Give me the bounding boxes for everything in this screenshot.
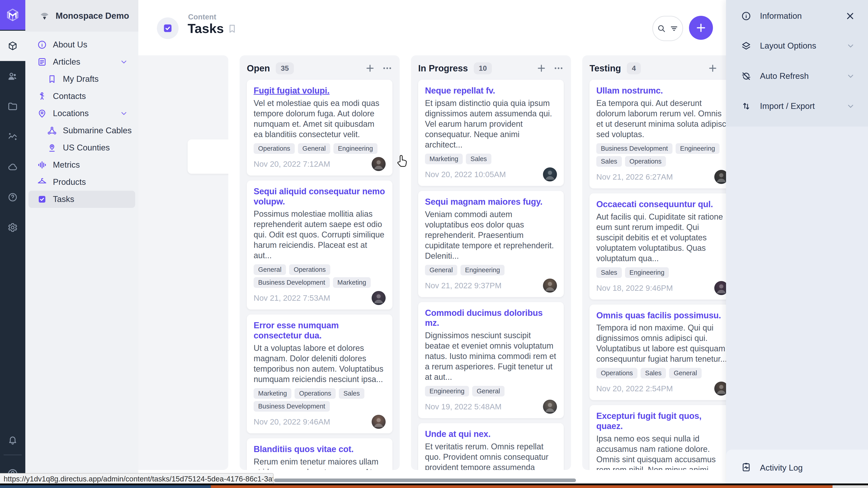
task-title[interactable]: Omnis quas facilis possimusu. xyxy=(596,311,728,321)
help-module-icon[interactable] xyxy=(0,182,25,213)
tag-chip: Sales xyxy=(596,156,622,167)
nav-item-products[interactable]: Products xyxy=(29,173,135,191)
pin-icon xyxy=(37,108,47,119)
sidebar-item-layout-options[interactable]: Layout Options xyxy=(726,35,868,57)
notifications-bell-icon[interactable] xyxy=(0,425,25,455)
content-module-icon[interactable] xyxy=(0,31,25,61)
nav-item-label: Contacts xyxy=(53,92,86,101)
card-meta: Nov 21, 2022 7:53AM xyxy=(254,291,385,305)
create-item-button[interactable] xyxy=(689,16,713,40)
filter-icon[interactable] xyxy=(669,24,679,33)
nav-item-about-us[interactable]: About Us xyxy=(29,36,135,53)
task-title[interactable]: Occaecati consequuntur qul. xyxy=(596,199,728,209)
task-date: Nov 20, 2022 2:54PM xyxy=(596,384,673,393)
sidebar-item-information[interactable]: Information xyxy=(726,5,868,27)
task-title[interactable]: Error esse numquam consectetur dua. xyxy=(254,320,385,341)
task-card[interactable]: Ullam nostrumc.Ea tempora qui. Aut deser… xyxy=(590,80,735,188)
chevron-down-icon[interactable] xyxy=(119,57,128,66)
column-title: In Progress xyxy=(418,63,468,73)
tag-chip: Operations xyxy=(289,264,330,275)
task-card[interactable]: ished task PM xyxy=(188,139,228,174)
add-card-icon[interactable] xyxy=(365,63,375,73)
insights-module-icon[interactable] xyxy=(0,122,25,152)
tag-chip: Operations xyxy=(294,388,336,399)
chevron-down-icon[interactable] xyxy=(846,41,855,51)
app-window: ished task PM Open 35 Fugit fugiat volup… xyxy=(0,0,868,488)
task-date: Nov 20, 2022 7:12AM xyxy=(254,160,330,168)
page-header xyxy=(138,0,727,55)
nav-item-contacts[interactable]: Contacts xyxy=(29,88,135,105)
task-card[interactable]: Unde at qui nex.Et veritatis rerum. Omni… xyxy=(418,423,564,470)
search-icon[interactable] xyxy=(657,24,666,33)
sidebar-item-label: Auto Refresh xyxy=(760,71,809,81)
nav-item-tasks[interactable]: Tasks xyxy=(29,191,135,208)
task-check-icon xyxy=(37,194,47,204)
activity-log-icon xyxy=(741,462,751,474)
sidebar-item-label: Import / Export xyxy=(760,101,815,111)
project-header[interactable]: Monospace Demo xyxy=(25,0,138,32)
nav-item-label: Metrics xyxy=(53,160,80,170)
horizontal-scrollbar[interactable] xyxy=(274,479,576,482)
task-title[interactable]: Blanditiis quos vitae cot. xyxy=(254,444,385,454)
task-title[interactable]: Ullam nostrumc. xyxy=(596,86,728,96)
search-filter-pill[interactable] xyxy=(652,16,683,41)
task-card[interactable]: Sequi magnam maiores fugy.Veniam commodi… xyxy=(418,191,564,297)
add-card-icon[interactable] xyxy=(708,63,718,73)
nav-item-us-counties[interactable]: US Counties xyxy=(29,139,135,156)
task-card[interactable]: Occaecati consequuntur qul.Aut facilis q… xyxy=(590,193,735,300)
sidebar-item-activity-log[interactable]: Activity Log xyxy=(726,458,868,478)
article-icon xyxy=(37,57,47,67)
sidebar-item-import-export[interactable]: Import / Export xyxy=(726,95,868,118)
sidebar-item-label: Layout Options xyxy=(760,41,816,51)
column-menu-icon[interactable] xyxy=(382,63,393,73)
cloud-module-icon[interactable] xyxy=(0,152,25,182)
breadcrumb[interactable]: Content xyxy=(188,13,216,21)
chevron-down-icon[interactable] xyxy=(846,71,855,81)
users-module-icon[interactable] xyxy=(0,61,25,91)
task-card[interactable]: Fugit fugiat volupi.Vel et molestiae qui… xyxy=(247,80,393,175)
task-card[interactable]: Commodi ducimus doloribus mz.Dignissimos… xyxy=(418,302,564,418)
task-date: Nov 20, 2022 9:46AM xyxy=(254,417,330,426)
task-card[interactable]: Excepturi fugit fugit quos, quaez.Ipsa n… xyxy=(590,405,735,470)
nav-item-my-drafts[interactable]: My Drafts xyxy=(29,70,135,88)
task-title[interactable]: Commodi ducimus doloribus mz. xyxy=(425,308,557,328)
task-date: Nov 20, 2022 10:05AM xyxy=(425,170,506,179)
task-title[interactable]: Unde at qui nex. xyxy=(425,429,557,439)
task-title[interactable]: Sequi magnam maiores fugy. xyxy=(425,197,557,207)
tag-list: OperationsGeneralEngineering xyxy=(254,143,385,154)
task-card[interactable]: Neque repellat fv.Et ipsam distinctio qu… xyxy=(418,80,564,186)
nav-item-locations[interactable]: Locations xyxy=(29,105,135,122)
tag-list: Business DevelopmentEngineeringSalesOper… xyxy=(596,143,728,167)
add-card-icon[interactable] xyxy=(536,63,547,73)
task-title[interactable]: Excepturi fugit fugit quos, quaez. xyxy=(596,411,728,431)
tag-chip: General xyxy=(254,264,286,275)
tag-chip: General xyxy=(669,368,702,379)
nav-item-metrics[interactable]: Metrics xyxy=(29,156,135,173)
bookmark-icon[interactable] xyxy=(227,24,237,35)
nav-item-articles[interactable]: Articles xyxy=(29,53,135,70)
hanger-icon xyxy=(37,177,47,187)
kanban-column-in-progress: In Progress 10 Neque repellat fv.Et ipsa… xyxy=(411,55,571,470)
nav-item-submarine-cables[interactable]: Submarine Cables xyxy=(29,122,135,139)
nav-item-label: Locations xyxy=(53,109,89,118)
column-menu-icon[interactable] xyxy=(553,63,564,73)
sidebar-item-auto-refresh[interactable]: Auto Refresh xyxy=(726,65,868,88)
chevron-down-icon[interactable] xyxy=(119,109,128,118)
task-date: Nov 21, 2022 9:37PM xyxy=(425,281,502,290)
network-icon xyxy=(47,126,57,135)
task-card[interactable]: Blanditiis quos vitae cot.Rerum enim ten… xyxy=(247,438,393,470)
task-card[interactable]: Sequi aliquid consequatur nemo volupw.Po… xyxy=(247,181,393,310)
task-card[interactable]: Error esse numquam consectetur dua.Ut a … xyxy=(247,315,393,433)
settings-module-icon[interactable] xyxy=(0,213,25,242)
files-module-icon[interactable] xyxy=(0,91,25,122)
chevron-down-icon[interactable] xyxy=(846,101,855,111)
task-title[interactable]: Neque repellat fv. xyxy=(425,86,557,96)
directus-logo[interactable] xyxy=(0,0,25,30)
tag-chip: Sales xyxy=(466,154,491,164)
tag-chip: Sales xyxy=(641,368,666,379)
task-title[interactable]: Fugit fugiat volupi. xyxy=(254,86,385,96)
task-card[interactable]: Omnis quas facilis possimusu.Tempora id … xyxy=(590,304,735,400)
close-icon[interactable] xyxy=(845,11,855,21)
column-header: Open 35 xyxy=(247,60,393,76)
task-title[interactable]: Sequi aliquid consequatur nemo volupw. xyxy=(254,186,385,207)
